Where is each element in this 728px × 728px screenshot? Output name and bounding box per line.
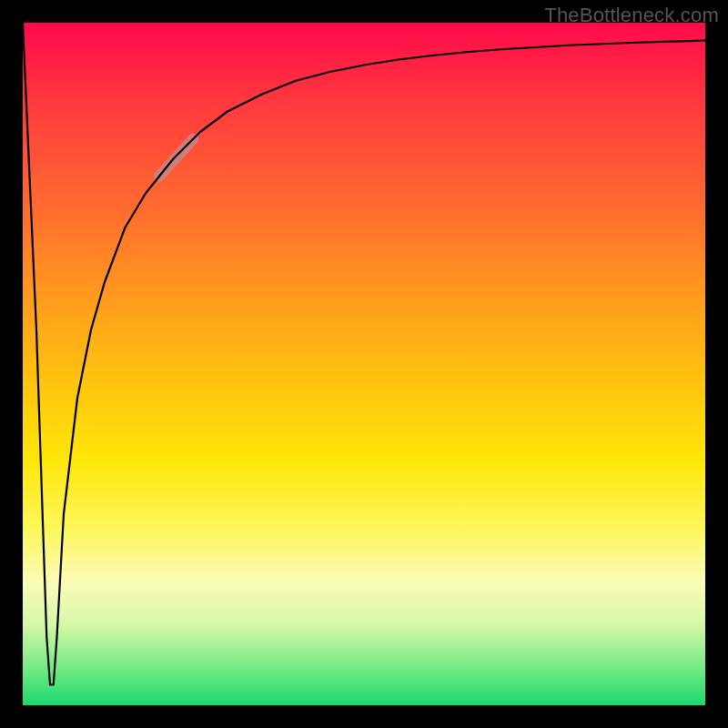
chart-svg: [23, 23, 705, 705]
watermark-text: TheBottleneck.com: [544, 4, 719, 27]
bottleneck-curve: [23, 23, 705, 685]
chart-plot-area: [23, 23, 705, 705]
